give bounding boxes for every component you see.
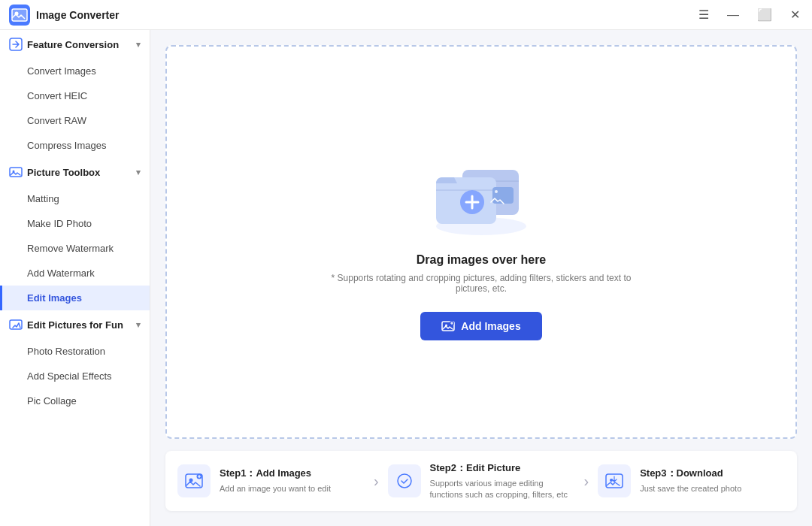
main-layout: Feature Conversion ▾ Convert Images Conv… [0, 30, 812, 526]
feature-conversion-icon [9, 38, 23, 51]
feature-conversion-label: Feature Conversion [27, 39, 119, 50]
step1-arrow: › [374, 473, 379, 490]
picture-toolbox-icon [9, 165, 23, 179]
edit-pictures-icon [9, 318, 23, 331]
sidebar-item-convert-heic[interactable]: Convert HEIC [0, 83, 150, 108]
add-images-button[interactable]: Add Images [420, 312, 541, 340]
sidebar-item-matting[interactable]: Matting [0, 186, 150, 211]
step2-icon-wrap [388, 464, 421, 497]
add-images-icon [441, 319, 455, 333]
drag-text: Drag images over here [417, 253, 547, 267]
app-title: Image Converter [36, 9, 119, 21]
step3-text: Step3：Download Just save the created pho… [640, 467, 785, 494]
sidebar-item-add-watermark[interactable]: Add Watermark [0, 261, 150, 286]
sidebar-item-edit-images[interactable]: Edit Images [0, 286, 150, 310]
sidebar-item-make-id-photo[interactable]: Make ID Photo [0, 211, 150, 236]
svg-point-20 [398, 474, 411, 488]
steps-bar: Step1：Add Images Add an image you want t… [165, 451, 797, 511]
sidebar-item-compress-images[interactable]: Compress Images [0, 133, 150, 158]
step1-icon-wrap [177, 464, 211, 497]
content-area: Drag images over here * Supports rotatin… [150, 30, 812, 526]
minimize-button[interactable]: — [724, 8, 742, 23]
sidebar-section-feature-conversion[interactable]: Feature Conversion ▾ [0, 30, 150, 59]
step2-text: Step2：Edit Picture Supports various imag… [430, 461, 575, 501]
sidebar-item-convert-raw[interactable]: Convert RAW [0, 108, 150, 133]
sidebar-item-pic-collage[interactable]: Pic Collage [0, 388, 150, 413]
picture-toolbox-chevron: ▾ [136, 168, 141, 177]
step2-icon [395, 471, 414, 491]
step1-text: Step1：Add Images Add an image you want t… [220, 467, 365, 494]
step3-icon [604, 471, 624, 491]
sidebar-item-remove-watermark[interactable]: Remove Watermark [0, 236, 150, 261]
step1-desc: Add an image you want to edit [220, 483, 365, 494]
dropzone[interactable]: Drag images over here * Supports rotatin… [165, 45, 797, 439]
close-button[interactable]: ✕ [787, 8, 803, 23]
maximize-button[interactable]: ⬜ [754, 8, 775, 23]
step-2: Step2：Edit Picture Supports various imag… [388, 461, 575, 501]
folder-illustration [421, 144, 541, 241]
menu-button[interactable]: ☰ [695, 8, 712, 23]
step2-arrow: › [583, 473, 589, 490]
edit-pictures-chevron: ▾ [136, 320, 141, 330]
svg-point-13 [495, 190, 498, 193]
step3-icon-wrap [598, 464, 631, 497]
sidebar: Feature Conversion ▾ Convert Images Conv… [0, 30, 150, 526]
step-3: Step3：Download Just save the created pho… [598, 464, 785, 497]
picture-toolbox-label: Picture Toolbox [27, 167, 100, 178]
drag-subtext: * Supports rotating and cropping picture… [331, 273, 632, 294]
titlebar-left: Image Converter [9, 5, 119, 26]
step2-title: Step2：Edit Picture [430, 461, 575, 475]
sidebar-item-convert-images[interactable]: Convert Images [0, 59, 150, 83]
sidebar-section-edit-pictures[interactable]: Edit Pictures for Fun ▾ [0, 310, 150, 339]
svg-rect-12 [492, 187, 514, 204]
titlebar-controls: ☰ — ⬜ ✕ [695, 8, 803, 23]
sidebar-item-add-special-effects[interactable]: Add Special Effects [0, 364, 150, 388]
sidebar-section-picture-toolbox[interactable]: Picture Toolbox ▾ [0, 158, 150, 186]
step1-title: Step1：Add Images [220, 467, 365, 480]
step3-title: Step3：Download [640, 467, 785, 480]
step2-desc: Supports various image editing functions… [430, 478, 575, 501]
step-1: Step1：Add Images Add an image you want t… [177, 464, 365, 497]
add-images-label: Add Images [461, 320, 520, 332]
step1-icon [184, 471, 204, 491]
step3-desc: Just save the created photo [640, 483, 785, 494]
edit-pictures-label: Edit Pictures for Fun [27, 319, 123, 331]
sidebar-item-photo-restoration[interactable]: Photo Restoration [0, 339, 150, 364]
app-icon [9, 5, 30, 26]
feature-conversion-chevron: ▾ [136, 40, 141, 50]
titlebar: Image Converter ☰ — ⬜ ✕ [0, 0, 812, 30]
